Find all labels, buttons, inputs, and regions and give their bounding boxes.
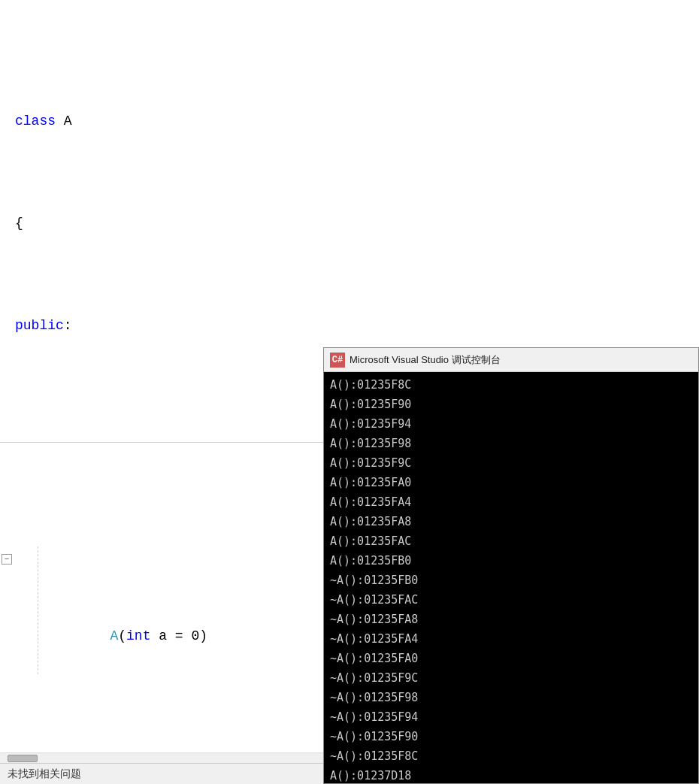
console-output-line: A():01235FA4: [330, 492, 692, 512]
console-output-line: ~A():01235F8C: [330, 746, 692, 766]
console-output-line: A():01235FA0: [330, 473, 692, 492]
console-output-line: ~A():01235F90: [330, 727, 692, 746]
console-output-line: A():01235FA8: [330, 512, 692, 531]
keyword-public: public: [15, 313, 64, 338]
classname-a: A: [64, 108, 72, 134]
console-output-line: A():01237D18: [330, 766, 692, 783]
console-output-line: ~A():01235FA0: [330, 649, 692, 668]
console-output-line: ~A():01235F9C: [330, 668, 692, 688]
collapse-button[interactable]: −: [2, 554, 12, 565]
status-text: 未找到相关问题: [8, 767, 81, 781]
console-title: Microsoft Visual Studio 调试控制台: [350, 353, 501, 367]
console-output-line: A():01235FB0: [330, 551, 692, 571]
console-window: C# Microsoft Visual Studio 调试控制台 A():012…: [323, 347, 699, 784]
console-titlebar: C# Microsoft Visual Studio 调试控制台: [324, 348, 698, 372]
code-line: {: [0, 210, 699, 236]
code-line: class A: [0, 108, 699, 134]
console-output-line: A():01235F98: [330, 434, 692, 453]
console-output-line: ~A():01235F94: [330, 707, 692, 727]
console-output-line: ~A():01235FA4: [330, 629, 692, 649]
keyword-class: class: [15, 108, 64, 134]
horizontal-scrollbar[interactable]: [0, 752, 376, 763]
console-output-line: ~A():01235F98: [330, 688, 692, 707]
console-output-line: A():01235F9C: [330, 453, 692, 473]
code-editor: class A { public: − A(int a = 0) : _a(a)…: [0, 0, 699, 784]
console-output-line: ~A():01235FAC: [330, 590, 692, 610]
console-output-line: A():01235FAC: [330, 531, 692, 551]
type-A: A: [110, 628, 118, 643]
console-output-line: A():01235F90: [330, 395, 692, 414]
console-app-icon: C#: [330, 353, 345, 368]
scrollbar-thumb[interactable]: [8, 755, 38, 762]
console-output-line: A():01235F8C: [330, 375, 692, 395]
brace-open: {: [15, 210, 23, 236]
console-output-line: A():01235F94: [330, 414, 692, 434]
code-line: public:: [0, 313, 699, 338]
console-output-line: ~A():01235FB0: [330, 571, 692, 590]
console-output-line: ~A():01235FA8: [330, 610, 692, 629]
console-content: A():01235F8CA():01235F90A():01235F94A():…: [324, 372, 698, 783]
